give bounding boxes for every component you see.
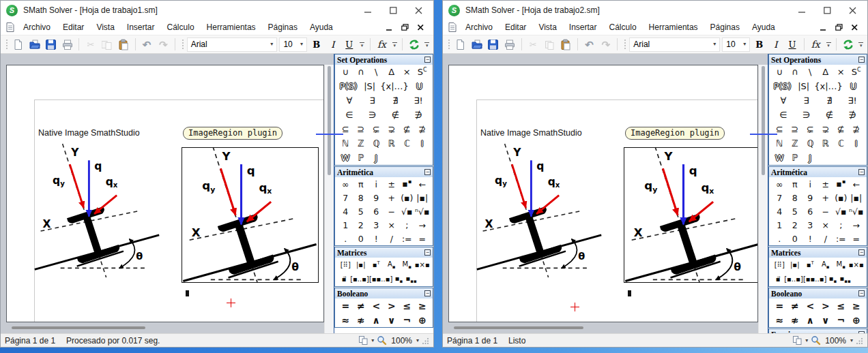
palette-symbol[interactable]: ℤ (353, 138, 369, 149)
palette-symbol[interactable]: < (802, 301, 818, 311)
palette-symbol[interactable]: ∃! (841, 95, 864, 106)
palette-symbol[interactable]: > (818, 301, 834, 311)
vertical-scrollbar[interactable] (758, 65, 768, 333)
palette-symbol[interactable]: π (353, 179, 369, 189)
toolbar-overflow-icon[interactable] (825, 42, 833, 47)
palette-symbol[interactable]: P(S) (338, 81, 359, 91)
menu-archivo[interactable]: Archivo (459, 21, 499, 33)
italic-button[interactable]: I (768, 37, 783, 52)
palette-symbol[interactable]: ⊊ (802, 124, 818, 134)
paste-button[interactable] (116, 37, 130, 52)
palette-symbol[interactable]: 9 (802, 193, 818, 203)
palette-symbol[interactable]: M▪ (833, 260, 849, 270)
titlebar[interactable]: S SMath Solver - [Hoja de trabajo1.sm] (1, 1, 433, 20)
palette-symbol[interactable]: ∉ (384, 110, 407, 120)
zoom-level-label[interactable]: 100% (825, 336, 846, 346)
toolbar-overflow-icon[interactable] (391, 42, 399, 47)
document-icon[interactable] (448, 22, 457, 32)
palette-symbol[interactable]: − (818, 206, 834, 217)
magnifier-icon[interactable] (377, 335, 387, 346)
chevron-down-icon[interactable]: ▾ (805, 338, 808, 343)
palette-symbol[interactable]: ∃! (407, 95, 430, 106)
cut-button[interactable]: ✂ (526, 37, 540, 52)
copy-button[interactable] (542, 37, 557, 52)
palette-symbol[interactable]: := (399, 234, 415, 244)
menu-calculo[interactable]: Cálculo (603, 21, 643, 33)
menu-insertar[interactable]: Insertar (121, 21, 161, 33)
chevron-down-icon[interactable]: ▾ (850, 338, 853, 343)
palette-symbol[interactable]: ▪⃗ (338, 275, 350, 283)
toolbar-grip[interactable] (5, 38, 8, 50)
bold-button[interactable]: B (752, 37, 766, 52)
palette-symbol[interactable]: √▪ (833, 206, 849, 217)
palette-symbol[interactable]: − (384, 206, 400, 217)
maximize-button[interactable] (390, 7, 397, 14)
palette-symbol[interactable]: ∌ (841, 110, 864, 120)
zoom-level-label[interactable]: 100% (391, 336, 412, 346)
palette-symbol[interactable]: Δ (384, 67, 400, 77)
palette-symbol[interactable]: [▪..▪] (350, 275, 369, 283)
palette-symbol[interactable]: ℙ (787, 153, 803, 163)
palette-symbol[interactable]: ∃ (361, 95, 384, 106)
native-ibeam-diagram[interactable] (474, 138, 606, 283)
palette-symbol[interactable]: ∞ (772, 179, 787, 189)
palette-symbol[interactable]: ⊆ (772, 124, 787, 134)
vertical-scrollbar-thumb[interactable] (762, 66, 765, 175)
menu-archivo[interactable]: Archivo (17, 21, 57, 33)
palette-symbol[interactable]: ← (849, 179, 865, 189)
resize-grip-icon[interactable] (422, 337, 429, 344)
palette-symbol[interactable]: ℝ (818, 138, 834, 149)
minimize-button[interactable] (364, 7, 372, 14)
menu-paginas[interactable]: Páginas (704, 21, 746, 33)
palette-symbol[interactable]: ℕ (772, 138, 787, 149)
imageregion-box[interactable] (182, 147, 319, 283)
palette-symbol[interactable]: ⊈ (833, 124, 849, 134)
horizontal-scrollbar[interactable] (448, 322, 758, 333)
palette-symbol[interactable]: ⁿ√▪ (849, 206, 865, 217)
palette-symbol[interactable]: ∋ (795, 110, 818, 120)
palette-symbol[interactable]: ¬ (833, 315, 849, 326)
palette-symbol[interactable]: := (833, 234, 849, 244)
palette-symbol[interactable]: ∃ (795, 95, 818, 106)
palette-symbol[interactable]: ⊈ (399, 124, 415, 134)
palette-symbol[interactable]: |▪| (415, 193, 431, 203)
vertical-scrollbar-thumb[interactable] (328, 66, 331, 175)
palette-symbol[interactable]: ; (833, 220, 849, 230)
fx-button[interactable]: fx (809, 37, 823, 52)
palette-symbol[interactable]: i (802, 179, 818, 189)
palette-symbol[interactable]: ∈ (338, 110, 361, 120)
palette-symbol[interactable]: (▪) (833, 193, 849, 203)
menu-editar[interactable]: Editar (57, 21, 90, 33)
mdi-close-button[interactable] (418, 25, 424, 31)
horizontal-scrollbar[interactable] (6, 322, 324, 333)
palette-symbol[interactable]: ; (399, 220, 415, 230)
imageregion-tag[interactable]: ImageRegion plugin (625, 127, 725, 140)
palette-symbol[interactable]: ∩ (353, 67, 369, 77)
palette-symbol[interactable]: ≠ (353, 301, 369, 311)
save-button[interactable] (44, 37, 58, 52)
palette-symbol[interactable]: > (384, 301, 400, 311)
undo-button[interactable]: ↶ (582, 37, 596, 52)
mdi-close-button[interactable] (852, 25, 858, 31)
palette-symbol[interactable]: (▪) (399, 193, 415, 203)
palette-symbol[interactable]: ⊕ (415, 315, 431, 326)
palette-symbol[interactable]: / (818, 234, 834, 244)
palette-symbol[interactable]: ℙ (353, 153, 369, 163)
page-layout-icon[interactable] (358, 335, 368, 346)
palette-symbol[interactable]: × (833, 67, 849, 77)
palette-symbol[interactable]: ∧ (368, 315, 384, 326)
palette-symbol[interactable]: \ (368, 67, 384, 77)
palette-symbol[interactable]: ℚ (802, 138, 818, 149)
palette-symbol[interactable]: I (415, 138, 431, 149)
palette-symbol[interactable]: ▪▪ (826, 275, 839, 284)
palette-symbol[interactable]: . (772, 234, 787, 244)
palette-symbol[interactable]: P(S) (772, 81, 793, 91)
menu-calculo[interactable]: Cálculo (161, 21, 201, 33)
menu-paginas[interactable]: Páginas (262, 21, 304, 33)
menu-insertar[interactable]: Insertar (563, 21, 603, 33)
palette-symbol[interactable]: ⊆ (338, 124, 353, 134)
menu-herramientas[interactable]: Herramientas (201, 21, 262, 33)
palette-symbol[interactable]: 8 (353, 193, 369, 203)
toolbar-grip[interactable] (447, 38, 450, 50)
palette-symbol[interactable]: ∈ (772, 110, 795, 120)
